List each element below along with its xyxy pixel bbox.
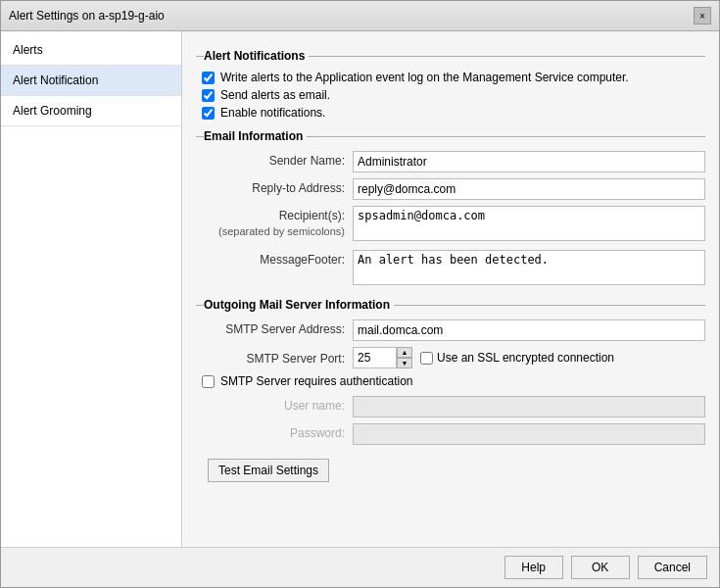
message-footer-input[interactable]: An alert has been detected. xyxy=(353,250,705,285)
sidebar-item-alerts[interactable]: Alerts xyxy=(1,35,181,66)
outgoing-section-line-right xyxy=(394,305,705,306)
sidebar-item-alert-grooming[interactable]: Alert Grooming xyxy=(1,96,181,126)
sender-name-row: Sender Name: xyxy=(196,151,705,172)
reply-to-label: Reply-to Address: xyxy=(196,178,353,197)
write-alerts-checkbox[interactable] xyxy=(202,72,215,84)
smtp-port-input[interactable] xyxy=(353,347,397,368)
send-email-row: Send alerts as email. xyxy=(202,88,705,102)
test-email-button[interactable]: Test Email Settings xyxy=(208,459,329,482)
alert-notifications-title: Alert Notifications xyxy=(204,49,305,63)
auth-row: SMTP Server requires authentication xyxy=(202,374,705,388)
sidebar: Alerts Alert Notification Alert Grooming xyxy=(1,31,182,547)
sidebar-item-alert-notification[interactable]: Alert Notification xyxy=(1,66,181,96)
send-email-label: Send alerts as email. xyxy=(220,88,330,102)
reply-to-input[interactable] xyxy=(353,178,705,200)
sender-name-label: Sender Name: xyxy=(196,151,353,170)
outgoing-section-line-left xyxy=(196,305,204,306)
username-row: User name: xyxy=(196,396,705,417)
password-row: Password: xyxy=(196,423,705,445)
test-button-wrapper: Test Email Settings xyxy=(202,459,705,482)
email-information-title: Email Information xyxy=(204,129,303,143)
footer-buttons: Help OK Cancel xyxy=(1,547,719,587)
recipients-input-wrapper: spsadmin@domca.com xyxy=(353,206,705,244)
username-label: User name: xyxy=(196,396,353,415)
email-information-header: Email Information xyxy=(196,129,705,143)
smtp-address-input[interactable] xyxy=(353,319,705,341)
section-line-right xyxy=(309,56,705,57)
ssl-checkbox[interactable] xyxy=(420,352,433,365)
cancel-button[interactable]: Cancel xyxy=(638,556,707,579)
enable-notifications-row: Enable notifications. xyxy=(202,106,705,120)
email-section-line-right xyxy=(307,136,705,137)
section-line-left xyxy=(196,56,204,57)
enable-notifications-checkbox[interactable] xyxy=(202,107,215,120)
main-content: Alerts Alert Notification Alert Grooming… xyxy=(1,31,719,547)
ssl-label: Use an SSL encrypted connection xyxy=(437,351,614,365)
ok-button[interactable]: OK xyxy=(571,556,630,579)
smtp-address-row: SMTP Server Address: xyxy=(196,319,705,341)
smtp-port-label: SMTP Server Port: xyxy=(196,349,353,368)
message-footer-row: MessageFooter: An alert has been detecte… xyxy=(196,250,705,288)
smtp-address-label: SMTP Server Address: xyxy=(196,319,353,338)
recipients-label: Recipient(s): (separated by semicolons) xyxy=(196,206,353,239)
help-button[interactable]: Help xyxy=(504,556,563,579)
email-section-line-left xyxy=(196,136,204,137)
close-button[interactable]: × xyxy=(694,7,711,24)
auth-checkbox[interactable] xyxy=(202,375,215,388)
recipients-input[interactable]: spsadmin@domca.com xyxy=(353,206,705,241)
dialog-title: Alert Settings on a-sp19-g-aio xyxy=(9,9,165,23)
message-footer-input-wrapper: An alert has been detected. xyxy=(353,250,705,288)
title-bar: Alert Settings on a-sp19-g-aio × xyxy=(1,1,719,31)
password-label: Password: xyxy=(196,423,353,442)
username-input[interactable] xyxy=(353,396,705,417)
spinner-up[interactable]: ▲ xyxy=(397,347,412,358)
spinner-down[interactable]: ▼ xyxy=(397,358,412,368)
message-footer-label: MessageFooter: xyxy=(196,250,353,269)
ssl-label-wrapper: Use an SSL encrypted connection xyxy=(420,351,614,365)
dialog: Alert Settings on a-sp19-g-aio × Alerts … xyxy=(0,0,720,588)
smtp-port-wrapper: ▲ ▼ Use an SSL encrypted connection xyxy=(353,347,614,368)
password-input[interactable] xyxy=(353,423,705,445)
reply-to-row: Reply-to Address: xyxy=(196,178,705,200)
port-spinner: ▲ ▼ xyxy=(397,347,412,368)
outgoing-mail-title: Outgoing Mail Server Information xyxy=(204,298,390,312)
auth-label: SMTP Server requires authentication xyxy=(220,374,413,388)
enable-notifications-label: Enable notifications. xyxy=(220,106,325,120)
smtp-port-row: SMTP Server Port: ▲ ▼ Use an SSL encrypt… xyxy=(196,347,705,368)
alert-notifications-header: Alert Notifications xyxy=(196,49,705,63)
content-area: Alert Notifications Write alerts to the … xyxy=(182,31,719,547)
outgoing-mail-header: Outgoing Mail Server Information xyxy=(196,298,705,312)
sender-name-input[interactable] xyxy=(353,151,705,172)
recipients-row: Recipient(s): (separated by semicolons) … xyxy=(196,206,705,244)
write-alerts-row: Write alerts to the Application event lo… xyxy=(202,71,705,84)
write-alerts-label: Write alerts to the Application event lo… xyxy=(220,71,629,84)
send-email-checkbox[interactable] xyxy=(202,89,215,102)
